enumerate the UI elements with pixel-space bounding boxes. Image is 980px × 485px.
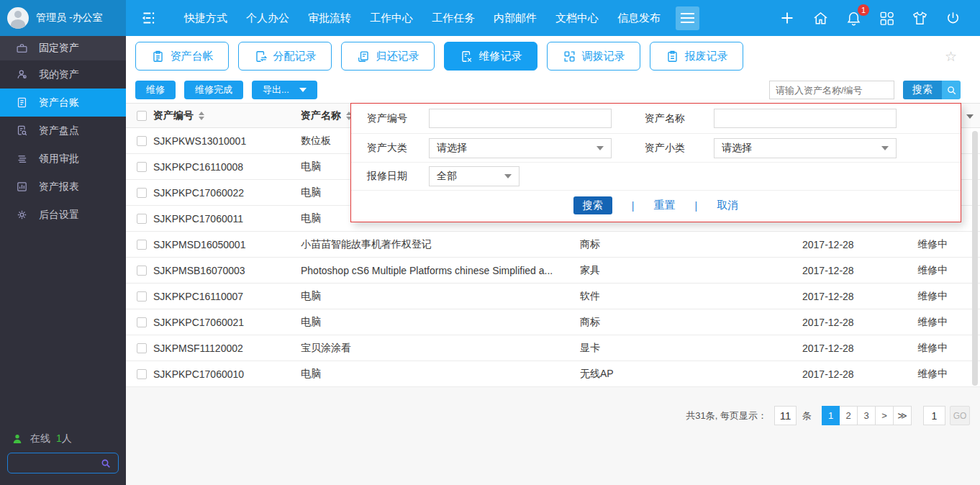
sidebar-item-requisition-approval[interactable]: 领用审批 <box>0 145 126 173</box>
user-area[interactable]: 管理员 -办公室 <box>0 0 126 36</box>
gear-icon <box>16 209 29 221</box>
select-all-checkbox[interactable] <box>137 111 147 121</box>
asset-minor-select[interactable]: 请选择 <box>714 138 897 158</box>
repair-button[interactable]: 维修 <box>135 81 176 99</box>
asset-major-label: 资产大类 <box>367 142 429 155</box>
notifications-bell-icon[interactable]: 1 <box>845 10 862 27</box>
plus-icon[interactable] <box>779 9 796 27</box>
column-asset-code[interactable]: 资产编号 <box>153 109 194 122</box>
tab-asset-ledger[interactable]: 资产台帐 <box>135 42 229 71</box>
search-magnifier-icon[interactable] <box>942 81 961 99</box>
filter-row-2: 资产大类 请选择 资产小类 请选择 <box>351 134 961 163</box>
table-row[interactable]: SJKPMSF11120002宝贝涂涂看 显卡2017-12-28维修中 <box>126 335 980 361</box>
asset-name-input[interactable] <box>714 109 897 128</box>
sidebar-search-box <box>7 453 119 473</box>
table-row[interactable]: SJKPKPC16110007电脑 软件2017-12-28维修中 <box>126 284 980 309</box>
go-button[interactable]: GO <box>950 406 970 425</box>
nav-info-publish[interactable]: 信息发布 <box>608 12 670 25</box>
home-icon[interactable] <box>812 10 829 27</box>
sidebar-item-backend-settings[interactable]: 后台设置 <box>0 201 126 229</box>
topbar: 管理员 -办公室 快捷方式 个人办公 审批流转 工作中心 工作任务 内部邮件 文… <box>0 0 980 36</box>
column-picker-icon[interactable] <box>966 114 974 119</box>
tab-label: 调拨记录 <box>582 50 625 63</box>
table-row[interactable]: SJKPKPC17060010电脑 无线AP2017-12-28维修中 <box>126 361 980 387</box>
report-chart-icon <box>16 181 29 193</box>
sidebar-item-asset-ledger[interactable]: 资产台账 <box>0 89 126 117</box>
row-checkbox[interactable] <box>137 317 147 327</box>
vertical-scrollbar[interactable] <box>972 131 978 386</box>
online-label: 在线 <box>30 432 50 445</box>
tab-label: 归还记录 <box>376 50 419 63</box>
tab-repair-records[interactable]: 维修记录 <box>444 42 537 71</box>
row-checkbox[interactable] <box>137 291 147 302</box>
repair-done-button[interactable]: 维修完成 <box>184 81 243 99</box>
tab-transfer-records[interactable]: 调拨记录 <box>547 42 640 71</box>
row-checkbox[interactable] <box>137 369 147 379</box>
table-row[interactable]: SJKPMSD16050001小苗苗智能故事机著作权登记 商标2017-12-2… <box>126 232 980 258</box>
sidebar-search-icon[interactable] <box>100 458 112 469</box>
sidebar-item-label: 资产台账 <box>39 96 79 109</box>
last-page-button[interactable]: ≫ <box>894 406 912 425</box>
filter-reset-button[interactable]: 重置 <box>654 199 676 212</box>
avatar[interactable] <box>7 7 29 29</box>
row-checkbox[interactable] <box>137 214 147 224</box>
table-row[interactable]: SJKPKPC17060021电脑 商标2017-12-28维修中 <box>126 309 980 335</box>
nav-approval-flow[interactable]: 审批流转 <box>299 12 360 25</box>
hamburger-menu-icon[interactable] <box>676 6 699 30</box>
search-button[interactable]: 搜索 <box>903 81 942 99</box>
chevron-down-icon <box>299 88 307 92</box>
document-repair-icon <box>460 50 473 63</box>
asset-major-select[interactable]: 请选择 <box>429 138 612 158</box>
sidebar-bottom: 在线 1人 <box>7 432 119 473</box>
toolbar: 维修 维修完成 导出... 搜索 <box>135 81 961 99</box>
page-button-3[interactable]: 3 <box>858 406 876 425</box>
sidebar-item-my-assets[interactable]: 我的资产 <box>0 60 126 89</box>
filter-search-button[interactable]: 搜索 <box>573 196 612 214</box>
nav-document-center[interactable]: 文档中心 <box>546 12 608 25</box>
tab-label: 维修记录 <box>479 50 522 63</box>
topbar-icon-group: 1 <box>779 9 980 27</box>
row-checkbox[interactable] <box>137 188 147 198</box>
row-checkbox[interactable] <box>137 240 147 250</box>
asset-search-input[interactable] <box>769 81 894 99</box>
nav-shortcuts[interactable]: 快捷方式 <box>175 12 237 25</box>
next-page-button[interactable]: > <box>876 406 894 425</box>
sidebar-section-fixed-assets[interactable]: 固定资产 <box>0 36 126 60</box>
sidebar-item-asset-reports[interactable]: 资产报表 <box>0 173 126 201</box>
table-row[interactable]: SJKPMSB16070003Photoshop cS6 Multiple Pl… <box>126 258 980 284</box>
apps-grid-icon[interactable] <box>879 10 895 27</box>
tab-allocation-records[interactable]: 分配记录 <box>238 42 332 71</box>
sidebar-search-input[interactable] <box>14 458 100 468</box>
nav-internal-mail[interactable]: 内部邮件 <box>484 12 546 25</box>
row-checkbox[interactable] <box>137 266 147 276</box>
page-size-box[interactable]: 11 <box>774 406 797 425</box>
select-value: 全部 <box>437 170 457 183</box>
filter-actions: 搜索 | 重置 | 取消 <box>351 191 961 220</box>
power-logout-icon[interactable] <box>945 10 961 27</box>
favorite-star-icon[interactable]: ☆ <box>945 48 957 65</box>
page-button-2[interactable]: 2 <box>840 406 858 425</box>
tab-scrap-records[interactable]: 报废记录 <box>650 42 743 71</box>
nav-work-tasks[interactable]: 工作任务 <box>422 12 484 25</box>
page-button-1[interactable]: 1 <box>822 406 840 425</box>
goto-page-input[interactable] <box>923 406 945 425</box>
row-checkbox[interactable] <box>137 162 147 172</box>
row-checkbox[interactable] <box>137 343 147 353</box>
column-asset-name[interactable]: 资产名称 <box>301 109 341 122</box>
nav-work-center[interactable]: 工作中心 <box>360 12 422 25</box>
tab-return-records[interactable]: 归还记录 <box>341 42 435 71</box>
asset-code-input[interactable] <box>429 109 612 128</box>
filter-cancel-button[interactable]: 取消 <box>717 199 738 212</box>
row-checkbox[interactable] <box>137 136 147 146</box>
chevron-down-icon <box>596 146 604 150</box>
export-dropdown-button[interactable]: 导出... <box>252 81 317 99</box>
nav-personal-office[interactable]: 个人办公 <box>237 12 299 25</box>
sort-icon[interactable] <box>199 112 204 120</box>
collapse-menu-icon[interactable] <box>139 9 158 27</box>
page-size-unit: 条 <box>802 409 812 422</box>
theme-shirt-icon[interactable] <box>912 10 928 27</box>
separator: | <box>695 200 698 212</box>
sidebar-item-asset-inventory[interactable]: 资产盘点 <box>0 117 126 145</box>
briefcase-icon <box>16 42 29 55</box>
repair-date-select[interactable]: 全部 <box>429 166 520 186</box>
